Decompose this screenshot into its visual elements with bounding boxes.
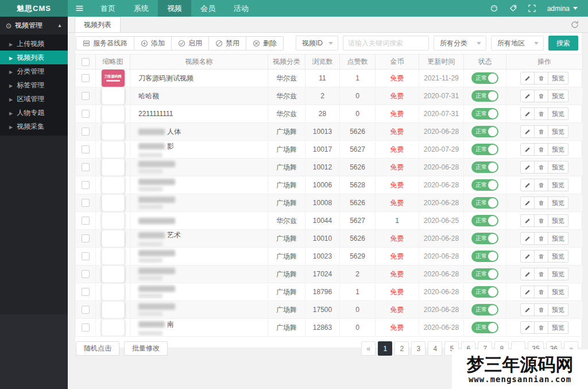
delete-button[interactable] [534, 90, 548, 102]
pagination-page-1[interactable]: 1 [378, 341, 392, 356]
edit-button[interactable] [520, 107, 535, 120]
edit-button[interactable] [520, 250, 535, 263]
preview-button[interactable]: 预览 [548, 214, 568, 227]
preview-button[interactable]: 预览 [548, 143, 568, 156]
preview-button[interactable]: 预览 [548, 90, 568, 102]
preview-button[interactable]: 预览 [548, 250, 568, 263]
status-toggle[interactable]: 正常 [471, 161, 498, 173]
preview-button[interactable]: 预览 [548, 72, 568, 84]
sidebar-item-3[interactable]: ▶分类管理 [0, 64, 68, 78]
toolbar-button-4[interactable]: 禁用 [208, 36, 246, 51]
preview-button[interactable]: 预览 [548, 107, 568, 120]
delete-button[interactable] [534, 143, 548, 156]
palette-icon[interactable] [485, 5, 504, 12]
edit-button[interactable] [520, 321, 535, 334]
delete-button[interactable] [534, 268, 548, 280]
pagination-page-2[interactable]: 2 [394, 341, 409, 356]
status-toggle[interactable]: 正常 [471, 251, 498, 262]
toolbar-button-3[interactable]: 启用 [171, 36, 209, 51]
edit-button[interactable] [520, 72, 535, 84]
row-checkbox[interactable] [82, 74, 90, 82]
status-toggle[interactable]: 正常 [471, 268, 498, 280]
status-toggle[interactable]: 正常 [471, 322, 498, 333]
search-button[interactable]: 搜索 [548, 36, 578, 51]
pagination-page-3[interactable]: 3 [411, 341, 425, 356]
row-checkbox[interactable] [82, 288, 90, 296]
sidebar-item-4[interactable]: ▶标签管理 [0, 78, 68, 92]
edit-button[interactable] [520, 90, 535, 102]
footer-button-2[interactable]: 批量修改 [124, 341, 168, 356]
status-toggle[interactable]: 正常 [471, 108, 498, 120]
sidebar-item-5[interactable]: ▶区域管理 [0, 92, 68, 106]
region-filter-select[interactable]: 所有地区 [491, 36, 544, 51]
sidebar-item-1[interactable]: ▶上传视频 [0, 37, 68, 51]
delete-button[interactable] [534, 161, 548, 174]
edit-button[interactable] [520, 214, 535, 227]
status-toggle[interactable]: 正常 [471, 304, 498, 315]
row-checkbox[interactable] [82, 323, 90, 332]
edit-button[interactable] [520, 303, 535, 316]
nav-item-4[interactable]: 会员 [191, 0, 225, 17]
status-toggle[interactable]: 正常 [471, 72, 498, 84]
status-toggle[interactable]: 正常 [471, 197, 498, 209]
delete-button[interactable] [534, 303, 548, 316]
preview-button[interactable]: 预览 [548, 197, 568, 209]
toolbar-button-2[interactable]: 添加 [134, 36, 172, 51]
toolbar-button-1[interactable]: 服务器线路 [76, 36, 134, 51]
delete-button[interactable] [534, 232, 548, 245]
sidebar-item-6[interactable]: ▶人物专题 [0, 106, 68, 120]
preview-button[interactable]: 预览 [548, 232, 568, 245]
edit-button[interactable] [520, 179, 535, 191]
status-toggle[interactable]: 正常 [471, 179, 498, 191]
nav-item-5[interactable]: 活动 [225, 0, 258, 17]
status-toggle[interactable]: 正常 [471, 215, 498, 226]
edit-button[interactable] [520, 161, 535, 174]
row-checkbox[interactable] [82, 92, 90, 100]
nav-item-2[interactable]: 系统 [125, 0, 158, 17]
pagination-page-4[interactable]: 4 [428, 341, 442, 356]
select-all-checkbox[interactable] [82, 58, 90, 66]
status-toggle[interactable]: 正常 [471, 144, 498, 155]
delete-button[interactable] [534, 321, 548, 334]
edit-button[interactable] [520, 197, 535, 209]
hamburger-icon[interactable] [68, 0, 91, 17]
fullscreen-icon[interactable] [523, 5, 541, 12]
row-checkbox[interactable] [82, 234, 90, 242]
refresh-icon[interactable] [571, 21, 579, 29]
row-checkbox[interactable] [82, 199, 90, 207]
delete-button[interactable] [534, 214, 548, 227]
edit-button[interactable] [520, 232, 535, 245]
preview-button[interactable]: 预览 [548, 321, 568, 334]
nav-item-3[interactable]: 视频 [158, 0, 191, 17]
edit-button[interactable] [520, 286, 535, 298]
preview-button[interactable]: 预览 [548, 286, 568, 298]
keyword-search-input[interactable] [343, 36, 429, 51]
toolbar-button-5[interactable]: 删除 [246, 36, 284, 51]
pagination-prev[interactable]: « [361, 341, 376, 356]
preview-button[interactable]: 预览 [548, 161, 568, 174]
user-menu[interactable]: admina [541, 5, 581, 13]
row-checkbox[interactable] [82, 181, 90, 189]
delete-button[interactable] [534, 107, 548, 120]
nav-item-1[interactable]: 首页 [91, 0, 125, 17]
filter-field-select[interactable]: 视频ID [296, 36, 338, 51]
status-toggle[interactable]: 正常 [471, 90, 498, 102]
status-toggle[interactable]: 正常 [471, 286, 498, 298]
status-toggle[interactable]: 正常 [471, 126, 498, 137]
preview-button[interactable]: 预览 [548, 268, 568, 280]
edit-button[interactable] [520, 125, 535, 138]
edit-button[interactable] [520, 143, 535, 156]
delete-button[interactable] [534, 250, 548, 263]
delete-button[interactable] [534, 72, 548, 84]
delete-button[interactable] [534, 286, 548, 298]
row-checkbox[interactable] [82, 306, 90, 314]
footer-button-1[interactable]: 随机点击 [76, 341, 119, 356]
preview-button[interactable]: 预览 [548, 179, 568, 191]
delete-button[interactable] [534, 197, 548, 209]
status-toggle[interactable]: 正常 [471, 233, 498, 244]
category-filter-select[interactable]: 所有分类 [434, 36, 486, 51]
sidebar-item-7[interactable]: ▶视频采集 [0, 120, 68, 133]
tab-video-list[interactable]: 视频列表 [75, 17, 121, 32]
tag-icon[interactable] [504, 5, 523, 12]
preview-button[interactable]: 预览 [548, 303, 568, 316]
